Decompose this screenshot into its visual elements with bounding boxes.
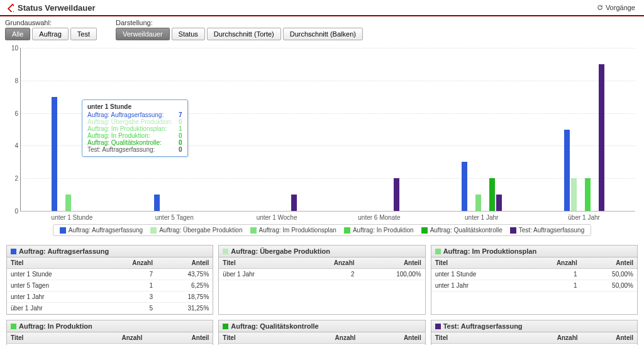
data-card: Auftrag: Übergabe ProduktionTitelAnzahlA… <box>218 245 425 315</box>
bar[interactable] <box>599 64 604 211</box>
legend-label: Auftrag: Übergabe Produktion <box>159 227 242 234</box>
table-row: unter 1 Stunde743,75% <box>7 269 213 280</box>
card-title: Test: Auftragserfassung <box>443 322 523 330</box>
bar[interactable] <box>571 178 577 211</box>
data-tables: Auftrag: AuftragserfassungTitelAnzahlAnt… <box>0 240 644 345</box>
x-tick-label: unter 6 Monate <box>328 214 431 221</box>
bar[interactable] <box>585 178 591 211</box>
card-header: Auftrag: Qualitätskontrolle <box>219 320 425 332</box>
data-table: TitelAnzahlAnteilunter 1 Stunde150,00%un… <box>431 257 637 291</box>
table-row: unter 1 Jahr318,75% <box>7 291 213 303</box>
bar[interactable] <box>394 178 399 211</box>
bar[interactable] <box>462 162 467 211</box>
data-card: Auftrag: AuftragserfassungTitelAnzahlAnt… <box>6 245 213 315</box>
table-row: unter 5 Tagen16,25% <box>7 280 213 291</box>
card-title: Auftrag: Qualitätskontrolle <box>231 322 318 330</box>
bar[interactable] <box>291 195 297 211</box>
y-tick: 6 <box>9 110 18 116</box>
data-table: TitelAnzahlAnteilüber 1 Jahr2100,00% <box>219 257 425 280</box>
filter-btn-durchschnitt-torte-[interactable]: Durchschnitt (Torte) <box>207 28 281 40</box>
refresh-label: Vorgänge <box>606 4 635 11</box>
bar[interactable] <box>564 130 570 212</box>
legend-label: Auftrag: Auftragserfassung <box>69 227 143 234</box>
card-header: Auftrag: Übergabe Produktion <box>219 246 425 257</box>
chart-tooltip: unter 1 StundeAuftrag: Auftragserfassung… <box>82 99 188 157</box>
chart-legend: Auftrag: AuftragserfassungAuftrag: Überg… <box>53 224 591 236</box>
y-tick: 2 <box>9 175 18 182</box>
card-title: Auftrag: Auftragserfassung <box>19 247 109 255</box>
y-tick: 4 <box>9 142 18 149</box>
card-title: Auftrag: In Produktion <box>19 322 92 330</box>
data-table: TitelAnzahlAnteilüber 1 Jahr2100,00% <box>7 332 213 345</box>
table-row: unter 1 Stunde150,00% <box>431 269 637 280</box>
legend-swatch <box>150 227 157 234</box>
y-tick: 0 <box>9 208 18 215</box>
y-tick: 10 <box>9 45 18 52</box>
refresh-button[interactable]: Vorgänge <box>592 3 639 13</box>
x-tick-label: unter 1 Woche <box>226 214 328 221</box>
legend-label: Test: Auftragserfassung <box>519 227 585 234</box>
filter-btn-durchschnitt-balken-[interactable]: Durchschnitt (Balken) <box>283 28 363 40</box>
data-card: Auftrag: In ProduktionTitelAnzahlAnteilü… <box>6 320 213 345</box>
legend-swatch <box>60 227 66 234</box>
table-row: über 1 Jahr2100,00% <box>219 269 425 280</box>
x-tick-label: unter 1 Jahr <box>430 214 533 221</box>
filter-btn-test[interactable]: Test <box>70 28 97 40</box>
filter-label: Darstellung: <box>116 19 363 26</box>
page-title: Status Verweildauer <box>18 3 592 13</box>
bar[interactable] <box>475 195 481 211</box>
svg-rect-0 <box>8 4 14 12</box>
legend-swatch <box>250 227 257 234</box>
refresh-icon <box>596 4 604 11</box>
legend-label: Auftrag: In Produktion <box>353 227 414 234</box>
legend-item[interactable]: Test: Auftragserfassung <box>510 227 585 234</box>
data-card: Auftrag: QualitätskontrolleTitelAnzahlAn… <box>218 320 425 345</box>
bar[interactable] <box>65 195 71 211</box>
filter-btn-status[interactable]: Status <box>172 28 205 40</box>
header-bar: Status Verweildauer Vorgänge <box>0 0 644 16</box>
card-swatch <box>11 249 16 254</box>
card-title: Auftrag: Übergabe Produktion <box>231 247 330 255</box>
legend-item[interactable]: Auftrag: Im Produktionsplan <box>250 227 336 234</box>
app-icon <box>5 3 14 12</box>
table-row: über 1 Jahr531,25% <box>7 303 213 314</box>
bar[interactable] <box>52 97 57 211</box>
bar[interactable] <box>154 195 160 211</box>
card-swatch <box>435 249 441 254</box>
legend-label: Auftrag: Qualitätskontrolle <box>430 227 502 234</box>
filter-btn-verweildauer[interactable]: Verweildauer <box>116 28 170 40</box>
legend-swatch <box>344 227 350 234</box>
data-table: TitelAnzahlAnteilunter 1 Stunde743,75%un… <box>7 257 213 314</box>
table-row: unter 1 Jahr150,00% <box>431 280 637 291</box>
card-header: Test: Auftragserfassung <box>431 320 637 332</box>
x-tick-label: unter 1 Stunde <box>21 214 123 221</box>
legend-item[interactable]: Auftrag: Qualitätskontrolle <box>421 227 502 234</box>
card-header: Auftrag: In Produktion <box>7 320 213 332</box>
filter-btn-alle[interactable]: Alle <box>5 28 30 40</box>
filter-darstellung: Darstellung: VerweildauerStatusDurchschn… <box>116 19 363 40</box>
card-swatch <box>435 324 441 329</box>
card-swatch <box>11 324 16 329</box>
legend-item[interactable]: Auftrag: In Produktion <box>344 227 414 234</box>
filter-btn-auftrag[interactable]: Auftrag <box>32 28 68 40</box>
card-header: Auftrag: Im Produktionsplan <box>431 246 637 257</box>
legend-item[interactable]: Auftrag: Auftragserfassung <box>60 227 143 234</box>
filter-label: Grundauswahl: <box>5 19 97 26</box>
y-tick: 8 <box>9 77 18 84</box>
data-table: TitelAnzahlAnteilunter 1 Jahr2100,00% <box>219 332 425 345</box>
card-header: Auftrag: Auftragserfassung <box>7 246 213 257</box>
chart-area: 0246810unter 1 Stundeunter 5 Tagenunter … <box>0 43 644 236</box>
filter-buttons-1: AlleAuftragTest <box>5 28 97 40</box>
data-card: Test: AuftragserfassungTitelAnzahlAnteil… <box>431 320 638 345</box>
legend-item[interactable]: Auftrag: Übergabe Produktion <box>150 227 242 234</box>
filter-grundauswahl: Grundauswahl: AlleAuftragTest <box>5 19 97 40</box>
bar[interactable] <box>496 195 502 211</box>
card-title: Auftrag: Im Produktionsplan <box>443 247 537 255</box>
card-swatch <box>223 324 228 329</box>
x-tick-label: unter 5 Tagen <box>123 214 226 221</box>
card-swatch <box>223 249 228 254</box>
data-table: TitelAnzahlAnteilunter 1 Woche17,69%unte… <box>431 332 637 345</box>
filter-buttons-2: VerweildauerStatusDurchschnitt (Torte)Du… <box>116 28 363 40</box>
bar[interactable] <box>489 178 495 211</box>
legend-label: Auftrag: Im Produktionsplan <box>259 227 336 234</box>
